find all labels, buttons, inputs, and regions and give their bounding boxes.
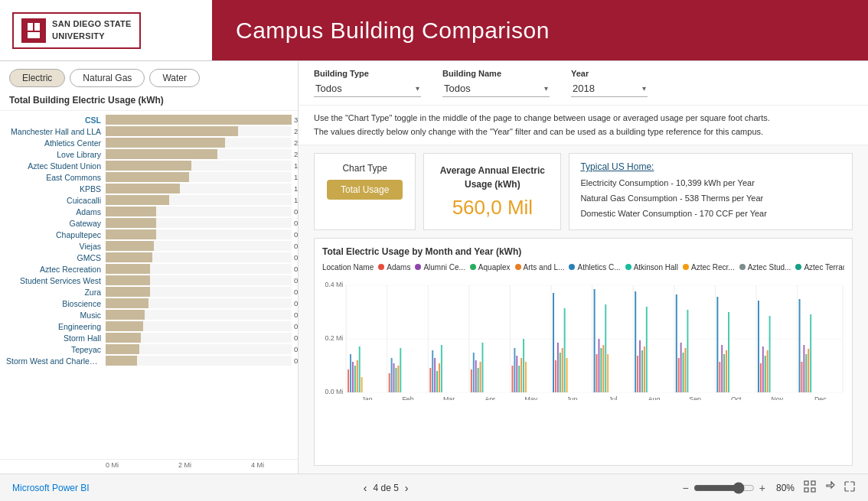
sidebar-chart-title: Total Building Electric Usage (kWh) bbox=[0, 95, 298, 111]
bar-fill bbox=[106, 126, 238, 136]
svg-rect-52 bbox=[520, 358, 522, 392]
bar-track: 0.76 Mi bbox=[106, 321, 292, 331]
svg-rect-83 bbox=[721, 345, 723, 392]
bar-item: Love Library2.25 Mi bbox=[0, 148, 298, 160]
bar-value: 2.25 Mi bbox=[294, 149, 298, 159]
bar-track: 0.89 Mi bbox=[106, 287, 292, 297]
bar-value: 0.65 Mi bbox=[294, 356, 298, 366]
svg-rect-111 bbox=[804, 481, 808, 485]
bar-value: 0.70 Mi bbox=[294, 333, 298, 343]
bar-fill bbox=[106, 287, 150, 297]
svg-rect-66 bbox=[602, 345, 604, 392]
svg-rect-51 bbox=[518, 366, 520, 392]
prev-page-arrow[interactable]: ‹ bbox=[364, 482, 367, 494]
bar-item: Bioscience0.85 Mi bbox=[0, 298, 298, 309]
bar-item: Student Services West0.89 Mi bbox=[0, 275, 298, 286]
share-icon[interactable] bbox=[824, 480, 836, 495]
bar-label: GMCS bbox=[6, 253, 106, 262]
expand-icon[interactable] bbox=[844, 480, 856, 495]
right-content: Building Type Todos ▾ Building Name Todo… bbox=[299, 61, 868, 473]
svg-text:0.4 Mi: 0.4 Mi bbox=[325, 280, 343, 288]
svg-rect-75 bbox=[676, 294, 677, 392]
legend-dot bbox=[683, 264, 689, 270]
svg-rect-88 bbox=[760, 363, 762, 392]
tab-water[interactable]: Water bbox=[149, 69, 200, 87]
tab-natural-gas[interactable]: Natural Gas bbox=[70, 69, 145, 87]
bar-label: Zura bbox=[6, 288, 106, 297]
bar-item: Aztec Recreation0.91 Mi bbox=[0, 263, 298, 275]
zoom-slider[interactable] bbox=[693, 482, 755, 494]
metrics-row: Chart Type Total Usage Average Annual El… bbox=[299, 145, 868, 237]
svg-rect-42 bbox=[471, 369, 472, 392]
bar-track: 1.26 Mi bbox=[106, 195, 292, 205]
svg-rect-58 bbox=[560, 353, 561, 392]
bar-fill bbox=[106, 207, 156, 216]
bar-value: 1.51 Mi bbox=[294, 184, 298, 194]
zoom-minus[interactable]: − bbox=[683, 482, 689, 494]
bar-item: Manchester Hall and LLA2.65 Mi bbox=[0, 125, 298, 137]
bar-track: 0.85 Mi bbox=[106, 298, 292, 308]
tab-electric[interactable]: Electric bbox=[9, 69, 65, 87]
svg-rect-97 bbox=[808, 349, 809, 392]
bar-value: 0.89 Mi bbox=[294, 287, 298, 297]
legend-label: Athletics C... bbox=[577, 263, 620, 272]
filter-tabs: Electric Natural Gas Water bbox=[0, 61, 298, 95]
legend-location-label: Location Name bbox=[322, 263, 374, 272]
bar-value: 0.94 Mi bbox=[294, 252, 298, 262]
svg-rect-31 bbox=[391, 358, 393, 392]
svg-rect-76 bbox=[678, 358, 680, 392]
svg-rect-34 bbox=[397, 366, 399, 392]
chart-title: Total Electric Usage by Month and Year (… bbox=[322, 246, 844, 257]
bar-item: GMCS0.94 Mi bbox=[0, 252, 298, 263]
bar-label: Chapultepec bbox=[6, 230, 106, 239]
svg-rect-28 bbox=[359, 346, 361, 392]
next-page-arrow[interactable]: › bbox=[405, 482, 409, 494]
bar-label: Engineering bbox=[6, 322, 106, 331]
chart-type-label: Chart Type bbox=[342, 163, 387, 174]
filter-group-building-type: Building Type Todos ▾ bbox=[314, 69, 421, 97]
svg-rect-40 bbox=[439, 363, 440, 392]
bar-item: CSL3.73 Mi bbox=[0, 114, 298, 125]
total-usage-button[interactable]: Total Usage bbox=[327, 180, 403, 200]
svg-rect-70 bbox=[637, 356, 638, 392]
svg-rect-60 bbox=[564, 308, 566, 392]
svg-rect-95 bbox=[803, 345, 804, 392]
bar-item: KPBS1.51 Mi bbox=[0, 183, 298, 194]
avg-box: Average Annual ElectricUsage (kWh) 560,0… bbox=[423, 153, 561, 229]
svg-rect-91 bbox=[767, 350, 768, 392]
bar-fill bbox=[106, 172, 189, 182]
bar-fill bbox=[106, 264, 150, 274]
svg-rect-114 bbox=[811, 488, 815, 492]
bar-label: Music bbox=[6, 311, 106, 320]
svg-rect-45 bbox=[478, 368, 479, 392]
powerbi-link[interactable]: Microsoft Power BI bbox=[12, 483, 90, 493]
bar-value: 0.99 Mi bbox=[294, 207, 298, 216]
bar-item: Storm Hall0.70 Mi bbox=[0, 332, 298, 343]
fit-page-icon[interactable] bbox=[804, 480, 816, 495]
year-select[interactable]: 2018 ▾ bbox=[571, 80, 648, 97]
year-value: 2018 bbox=[573, 83, 595, 94]
bar-label: Athletics Center bbox=[6, 138, 106, 148]
legend-dot bbox=[625, 264, 631, 270]
building-name-select[interactable]: Todos ▾ bbox=[442, 80, 550, 97]
legend-item: Athletics C... bbox=[569, 263, 620, 272]
svg-rect-37 bbox=[432, 350, 433, 392]
avg-value: 560,0 Mil bbox=[452, 196, 534, 220]
building-type-label: Building Type bbox=[314, 69, 421, 78]
bar-list: CSL3.73 MiManchester Hall and LLA2.65 Mi… bbox=[0, 111, 298, 459]
svg-rect-33 bbox=[395, 368, 396, 392]
chart-area: 0.4 Mi 0.2 Mi 0.0 Mi bbox=[322, 278, 844, 400]
bar-label: Storm West and Charles Hos... bbox=[6, 356, 106, 366]
building-type-select[interactable]: Todos ▾ bbox=[314, 80, 421, 97]
svg-rect-68 bbox=[607, 354, 609, 392]
bottom-bar: Microsoft Power BI ‹ 4 de 5 › − + 80% bbox=[0, 473, 868, 501]
zoom-plus[interactable]: + bbox=[759, 482, 765, 494]
bar-fill bbox=[106, 333, 141, 343]
filters-row: Building Type Todos ▾ Building Name Todo… bbox=[299, 61, 868, 106]
bar-item: Athletics Center2.38 Mi bbox=[0, 137, 298, 148]
svg-rect-73 bbox=[644, 346, 645, 392]
bar-label: Manchester Hall and LLA bbox=[6, 127, 106, 136]
legend-label: Aztec Stud... bbox=[748, 263, 791, 272]
header: San Diego State University Campus Buildi… bbox=[0, 0, 868, 61]
bar-fill bbox=[106, 138, 225, 148]
